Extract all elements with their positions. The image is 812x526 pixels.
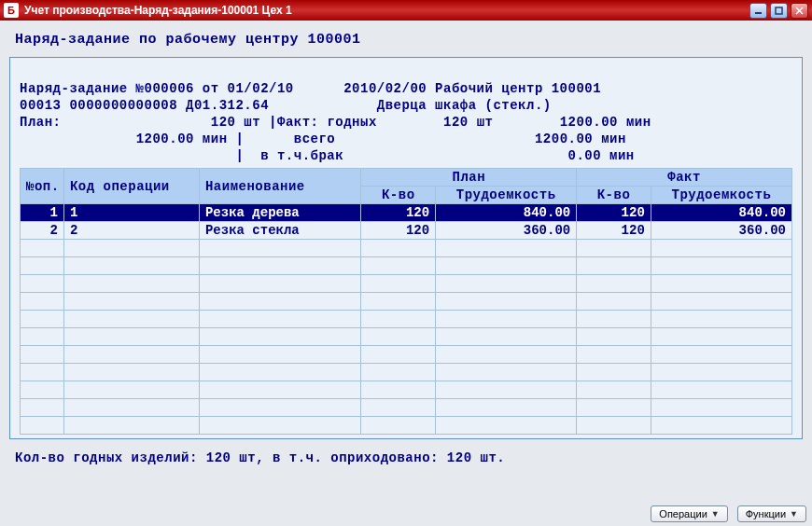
table-cell[interactable] bbox=[361, 311, 436, 328]
maximize-button[interactable] bbox=[770, 3, 788, 19]
operations-button[interactable]: Операции ▼ bbox=[651, 505, 727, 522]
th-fact-labor[interactable]: Трудоемкость bbox=[651, 187, 791, 204]
table-cell[interactable] bbox=[63, 257, 199, 275]
th-code[interactable]: Код операции bbox=[63, 169, 199, 204]
table-cell[interactable] bbox=[436, 275, 577, 293]
table-cell[interactable] bbox=[651, 364, 791, 381]
table-cell[interactable] bbox=[199, 399, 361, 417]
table-cell[interactable]: Резка стекла bbox=[199, 222, 361, 240]
table-cell[interactable] bbox=[63, 417, 199, 435]
table-cell[interactable]: 840.00 bbox=[436, 204, 577, 222]
table-row[interactable] bbox=[21, 346, 792, 364]
th-name[interactable]: Наименование bbox=[199, 169, 361, 204]
close-button[interactable] bbox=[791, 3, 808, 19]
table-cell[interactable] bbox=[63, 240, 199, 257]
table-row[interactable]: 11Резка дерева120840.00120840.00 bbox=[21, 204, 792, 222]
table-cell[interactable] bbox=[577, 257, 651, 275]
table-cell[interactable]: 120 bbox=[577, 204, 651, 222]
table-cell[interactable] bbox=[361, 257, 436, 275]
table-cell[interactable] bbox=[577, 240, 651, 257]
table-cell[interactable] bbox=[63, 293, 199, 311]
table-cell[interactable] bbox=[651, 311, 791, 328]
table-cell[interactable] bbox=[651, 417, 791, 435]
table-cell[interactable] bbox=[577, 364, 651, 381]
table-row[interactable] bbox=[21, 381, 792, 399]
table-row[interactable] bbox=[21, 399, 792, 417]
table-row[interactable] bbox=[21, 328, 792, 346]
table-cell[interactable] bbox=[577, 328, 651, 346]
table-cell[interactable] bbox=[436, 293, 577, 311]
table-cell[interactable] bbox=[651, 381, 791, 399]
table-cell[interactable] bbox=[199, 381, 361, 399]
table-cell[interactable] bbox=[21, 364, 64, 381]
table-cell[interactable] bbox=[436, 311, 577, 328]
table-cell[interactable] bbox=[361, 275, 436, 293]
table-cell[interactable] bbox=[63, 364, 199, 381]
table-row[interactable] bbox=[21, 417, 792, 435]
table-cell[interactable] bbox=[651, 346, 791, 364]
table-cell[interactable] bbox=[577, 311, 651, 328]
table-cell[interactable] bbox=[199, 275, 361, 293]
table-cell[interactable] bbox=[651, 328, 791, 346]
table-cell[interactable] bbox=[651, 257, 791, 275]
table-cell[interactable] bbox=[63, 275, 199, 293]
table-cell[interactable] bbox=[651, 275, 791, 293]
table-cell[interactable] bbox=[63, 328, 199, 346]
table-cell[interactable] bbox=[21, 381, 64, 399]
table-cell[interactable] bbox=[361, 240, 436, 257]
table-cell[interactable] bbox=[63, 381, 199, 399]
table-row[interactable] bbox=[21, 311, 792, 328]
table-cell[interactable] bbox=[63, 346, 199, 364]
table-cell[interactable] bbox=[21, 328, 64, 346]
functions-button[interactable]: Функции ▼ bbox=[737, 505, 806, 522]
table-cell[interactable] bbox=[21, 240, 64, 257]
table-cell[interactable] bbox=[651, 399, 791, 417]
table-cell[interactable] bbox=[577, 293, 651, 311]
table-cell[interactable]: 1 bbox=[21, 204, 64, 222]
table-row[interactable] bbox=[21, 364, 792, 381]
table-cell[interactable]: 360.00 bbox=[436, 222, 577, 240]
table-cell[interactable] bbox=[577, 346, 651, 364]
table-cell[interactable] bbox=[21, 399, 64, 417]
table-cell[interactable] bbox=[577, 275, 651, 293]
table-cell[interactable] bbox=[199, 293, 361, 311]
table-cell[interactable]: 2 bbox=[21, 222, 64, 240]
table-cell[interactable]: 840.00 bbox=[651, 204, 791, 222]
th-seq[interactable]: №оп. bbox=[21, 169, 64, 204]
th-plan[interactable]: План bbox=[361, 169, 577, 187]
table-cell[interactable] bbox=[199, 328, 361, 346]
table-cell[interactable]: 360.00 bbox=[651, 222, 791, 240]
table-cell[interactable] bbox=[361, 328, 436, 346]
th-plan-labor[interactable]: Трудоемкость bbox=[436, 187, 577, 204]
table-cell[interactable]: 120 bbox=[361, 204, 436, 222]
table-cell[interactable] bbox=[21, 293, 64, 311]
table-cell[interactable] bbox=[436, 399, 577, 417]
table-cell[interactable] bbox=[199, 240, 361, 257]
table-cell[interactable] bbox=[361, 417, 436, 435]
table-cell[interactable] bbox=[63, 311, 199, 328]
table-cell[interactable]: 120 bbox=[577, 222, 651, 240]
table-cell[interactable] bbox=[361, 346, 436, 364]
table-cell[interactable] bbox=[199, 257, 361, 275]
table-cell[interactable] bbox=[21, 346, 64, 364]
minimize-button[interactable] bbox=[749, 3, 767, 19]
table-row[interactable] bbox=[21, 257, 792, 275]
table-cell[interactable] bbox=[361, 293, 436, 311]
table-cell[interactable] bbox=[577, 399, 651, 417]
table-row[interactable] bbox=[21, 240, 792, 257]
operations-table[interactable]: №оп. Код операции Наименование План Факт… bbox=[20, 168, 792, 435]
table-cell[interactable]: Резка дерева bbox=[199, 204, 361, 222]
table-cell[interactable] bbox=[577, 417, 651, 435]
table-cell[interactable] bbox=[21, 417, 64, 435]
table-cell[interactable] bbox=[436, 381, 577, 399]
table-cell[interactable] bbox=[577, 381, 651, 399]
table-cell[interactable] bbox=[436, 364, 577, 381]
table-cell[interactable] bbox=[651, 240, 791, 257]
table-cell[interactable]: 120 bbox=[361, 222, 436, 240]
table-row[interactable]: 22Резка стекла120360.00120360.00 bbox=[21, 222, 792, 240]
th-fact[interactable]: Факт bbox=[577, 169, 792, 187]
table-cell[interactable] bbox=[21, 275, 64, 293]
table-cell[interactable] bbox=[436, 417, 577, 435]
table-cell[interactable] bbox=[199, 311, 361, 328]
table-cell[interactable] bbox=[436, 257, 577, 275]
